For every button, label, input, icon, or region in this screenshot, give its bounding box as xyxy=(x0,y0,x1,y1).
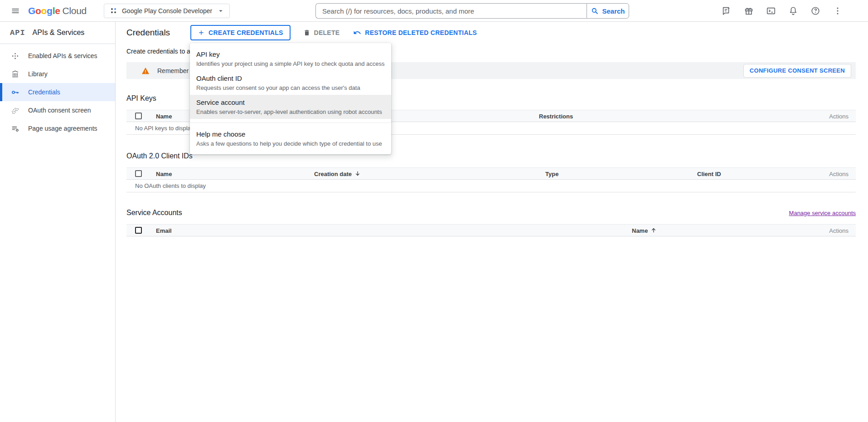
search-bar: Search xyxy=(315,3,629,19)
search-input[interactable] xyxy=(315,3,587,19)
select-all-checkbox[interactable] xyxy=(135,227,142,234)
enabled-apis-icon xyxy=(11,52,19,60)
column-creation-date[interactable]: Creation date xyxy=(314,170,361,177)
sidebar-item-enabled-apis[interactable]: Enabled APIs & services xyxy=(0,47,115,65)
more-vert-icon[interactable] xyxy=(832,5,844,17)
oauth-empty-text: No OAuth clients to display xyxy=(126,180,856,192)
oauth-consent-icon xyxy=(11,106,19,115)
column-name[interactable]: Name xyxy=(632,227,657,234)
google-cloud-logo[interactable]: Google Cloud xyxy=(28,5,87,16)
column-name[interactable]: Name xyxy=(156,113,172,119)
column-client-id[interactable]: Client ID xyxy=(697,170,721,177)
oauth-table-header: Name Creation date Type Client ID Action… xyxy=(126,167,856,180)
manage-service-accounts-link[interactable]: Manage service accounts xyxy=(789,210,856,216)
sidebar-nav: Enabled APIs & services Library Credenti… xyxy=(0,44,115,137)
warning-icon xyxy=(141,67,150,74)
page-title: Credentials xyxy=(126,28,170,38)
header-actions xyxy=(721,0,844,22)
cloud-wordmark: Cloud xyxy=(63,5,87,16)
project-switcher-icon xyxy=(110,7,117,15)
gift-icon[interactable] xyxy=(743,5,755,17)
service-accounts-title-row: Service Accounts Manage service accounts xyxy=(126,209,856,217)
select-all-checkbox[interactable] xyxy=(135,170,142,177)
create-credentials-menu: API key Identifies your project using a … xyxy=(190,43,391,154)
menu-icon[interactable] xyxy=(6,2,24,20)
column-name[interactable]: Name xyxy=(156,170,172,177)
project-name: Google Play Console Developer xyxy=(122,7,212,15)
library-icon xyxy=(11,70,19,79)
sort-ascending-icon[interactable] xyxy=(650,227,657,234)
menu-item-oauth-client-id[interactable]: OAuth client ID Requests user consent so… xyxy=(190,71,391,95)
sidebar-item-oauth-consent[interactable]: OAuth consent screen xyxy=(0,101,115,119)
create-credentials-button[interactable]: CREATE CREDENTIALS xyxy=(190,25,290,40)
menu-item-service-account[interactable]: Service account Enables server-to-server… xyxy=(190,95,391,119)
help-icon[interactable] xyxy=(810,5,821,17)
configure-consent-screen-button[interactable]: CONFIGURE CONSENT SCREEN xyxy=(743,64,851,78)
sidebar-item-library[interactable]: Library xyxy=(0,65,115,83)
cloud-shell-icon[interactable] xyxy=(765,5,777,17)
trash-icon xyxy=(303,29,310,36)
column-type[interactable]: Type xyxy=(545,170,558,177)
sidebar-item-credentials[interactable]: Credentials xyxy=(0,83,115,101)
sidebar-header: API APIs & Services xyxy=(0,22,115,44)
chevron-down-icon xyxy=(217,7,225,15)
menu-divider xyxy=(190,123,391,123)
sidebar: API APIs & Services Enabled APIs & servi… xyxy=(0,22,116,422)
menu-item-help-me-choose[interactable]: Help me choose Asks a few questions to h… xyxy=(190,127,391,151)
column-email[interactable]: Email xyxy=(156,227,172,234)
sort-descending-icon[interactable] xyxy=(354,171,361,177)
undo-icon xyxy=(353,29,361,37)
page-usage-icon xyxy=(11,124,19,133)
release-notes-icon[interactable] xyxy=(721,5,732,17)
search-button[interactable]: Search xyxy=(587,3,629,19)
key-icon xyxy=(11,88,19,97)
project-selector[interactable]: Google Play Console Developer xyxy=(104,4,230,18)
plus-icon xyxy=(198,29,205,36)
top-bar: Google Cloud Google Play Console Develop… xyxy=(0,0,868,22)
sidebar-title: APIs & Services xyxy=(33,29,85,37)
banner-text: Remember t xyxy=(157,67,192,74)
menu-item-api-key[interactable]: API key Identifies your project using a … xyxy=(190,47,391,71)
service-accounts-table-header: Email Name Actions xyxy=(126,224,856,236)
sidebar-item-page-usage-agreements[interactable]: Page usage agreements xyxy=(0,119,115,137)
column-actions: Actions xyxy=(829,227,849,234)
toolbar: Credentials CREATE CREDENTIALS DELETE RE… xyxy=(126,22,856,43)
notifications-icon[interactable] xyxy=(787,5,799,17)
column-restrictions[interactable]: Restrictions xyxy=(539,113,573,119)
service-accounts-table: Email Name Actions xyxy=(126,224,856,236)
column-actions: Actions xyxy=(829,113,849,119)
restore-deleted-credentials-button[interactable]: RESTORE DELETED CREDENTIALS xyxy=(353,29,477,37)
google-cloud-console: Google Cloud Google Play Console Develop… xyxy=(0,0,868,422)
service-accounts-title: Service Accounts xyxy=(126,209,182,217)
column-actions: Actions xyxy=(829,170,849,177)
api-logo: API xyxy=(10,29,25,37)
oauth-clients-table: Name Creation date Type Client ID Action… xyxy=(126,167,856,192)
search-icon xyxy=(591,7,599,15)
delete-button[interactable]: DELETE xyxy=(303,29,340,36)
select-all-checkbox[interactable] xyxy=(135,113,142,119)
